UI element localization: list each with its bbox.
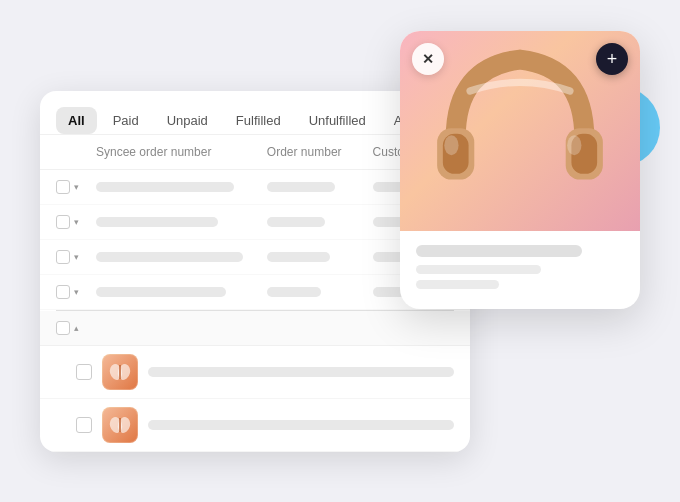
checkbox-2[interactable]	[56, 215, 70, 229]
product-thumb-svg-2	[103, 408, 137, 442]
row-check-2: ▾	[56, 215, 88, 229]
placeholder-syncee-3	[96, 252, 243, 262]
plus-button[interactable]: +	[596, 43, 628, 75]
checkbox-3[interactable]	[56, 250, 70, 264]
product-detail-placeholder-2	[416, 280, 499, 289]
row-syncee-1	[96, 182, 259, 192]
placeholder-syncee-1	[96, 182, 234, 192]
placeholder-order-2	[267, 217, 326, 227]
tab-paid[interactable]: Paid	[101, 107, 151, 134]
chevron-3[interactable]: ▾	[74, 252, 79, 262]
product-thumb-svg-1	[103, 355, 137, 389]
product-name-placeholder	[416, 245, 582, 257]
chevron-5[interactable]: ▴	[74, 323, 79, 333]
row-syncee-2	[96, 217, 259, 227]
sub-row-1	[40, 346, 470, 399]
chevron-4[interactable]: ▾	[74, 287, 79, 297]
checkbox-5[interactable]	[56, 321, 70, 335]
placeholder-syncee-4	[96, 287, 226, 297]
row-order-4	[267, 287, 365, 297]
product-card: ✕ +	[400, 31, 640, 309]
th-order-number: Order number	[267, 145, 365, 159]
tab-unfulfilled[interactable]: Unfulfilled	[297, 107, 378, 134]
placeholder-order-1	[267, 182, 335, 192]
scene: All Paid Unpaid Fulfilled Unfulfilled Ar…	[40, 31, 640, 471]
table-row-expanded: ▴	[40, 311, 470, 346]
row-syncee-3	[96, 252, 259, 262]
row-order-3	[267, 252, 365, 262]
row-check-3: ▾	[56, 250, 88, 264]
sub-checkbox-1[interactable]	[76, 364, 92, 380]
svg-point-12	[444, 135, 458, 155]
sub-row-placeholder-2	[148, 420, 454, 430]
sub-row-placeholder-1	[148, 367, 454, 377]
sub-row-2	[40, 399, 470, 452]
row-order-1	[267, 182, 365, 192]
tab-fulfilled[interactable]: Fulfilled	[224, 107, 293, 134]
row-check-4: ▾	[56, 285, 88, 299]
placeholder-syncee-2	[96, 217, 218, 227]
row-check-1: ▾	[56, 180, 88, 194]
th-syncee-order-number: Syncee order number	[96, 145, 259, 159]
checkbox-1[interactable]	[56, 180, 70, 194]
close-button[interactable]: ✕	[412, 43, 444, 75]
chevron-2[interactable]: ▾	[74, 217, 79, 227]
svg-point-13	[567, 135, 581, 155]
row-syncee-5	[96, 323, 259, 333]
row-check-5: ▴	[56, 321, 88, 335]
chevron-1[interactable]: ▾	[74, 182, 79, 192]
row-order-2	[267, 217, 365, 227]
placeholder-order-4	[267, 287, 321, 297]
product-image-area: ✕ +	[400, 31, 640, 231]
placeholder-order-3	[267, 252, 331, 262]
product-card-body	[400, 231, 640, 309]
product-thumbnail-2	[102, 407, 138, 443]
row-syncee-4	[96, 287, 259, 297]
tab-unpaid[interactable]: Unpaid	[155, 107, 220, 134]
product-detail-placeholder-1	[416, 265, 541, 274]
product-thumbnail-1	[102, 354, 138, 390]
checkbox-4[interactable]	[56, 285, 70, 299]
tab-all[interactable]: All	[56, 107, 97, 134]
sub-checkbox-2[interactable]	[76, 417, 92, 433]
th-check	[56, 145, 88, 159]
